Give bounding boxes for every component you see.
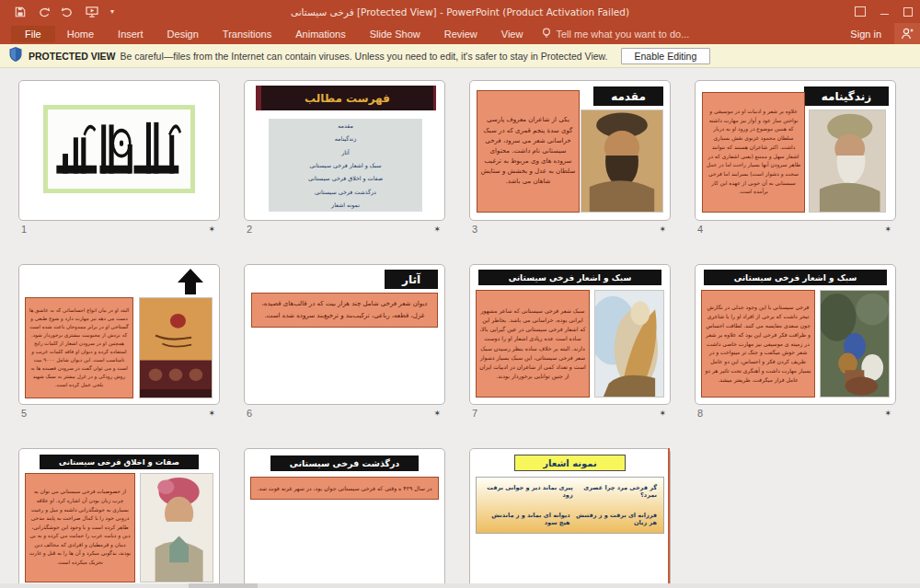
slide-number: 5 [21,408,27,419]
style-painting-image [594,290,664,398]
slide-body-box: سبک شعر فرخی سیستانی که شاعر مشهور ایران… [476,290,590,398]
tab-transitions[interactable]: Transitions [211,26,283,42]
slide-number: 8 [697,408,703,419]
slide-body-box: دیوان شعر فرخی شامل چند هزار بیت که در ق… [251,293,438,328]
slide-title: سبک و اشعار فرخی سیستانی [704,270,887,285]
poem-line: فرزانه ای برفت و ز رفتنش هر زیان دیوانه … [477,512,663,526]
up-arrow-icon [177,269,204,298]
slide-thumbnail-1[interactable] [18,80,220,221]
slide-thumbnail-6[interactable]: آثار دیوان شعر فرخی شامل چند هزار بیت که… [244,264,445,405]
window-title: فرخی سیستانی [Protected View] - PowerPoi… [0,0,920,23]
slide-thumbnail-3[interactable]: مقدمه یکی از شاعران معروف پارسی گوی سدة … [469,80,671,221]
slide-body-box: البته او در بیان انواع احساساتی که به عا… [25,297,133,398]
restore-icon[interactable] [903,7,913,17]
slide-thumbnail-10[interactable]: درگذشت فرخی سیستانی در سال ۴۲۹ ه وقتی که… [244,448,445,588]
slide-thumbnail-8[interactable]: سبک و اشعار فرخی سیستانی فرخی سیستانی با… [695,264,896,405]
slide-cell-2: فهرست مطالب مقدمه زندگینامه آثار سبک و ا… [244,80,445,235]
slide-cell-10: درگذشت فرخی سیستانی در سال ۴۲۹ ه وقتی که… [244,448,445,588]
sign-in-link[interactable]: Sign in [850,29,881,40]
undo-icon[interactable] [38,6,50,17]
toc-item: آثار [341,149,349,156]
customize-qat-icon[interactable]: ▾ [110,7,114,16]
bismillah-frame [43,105,195,193]
divan-book-image [139,297,213,398]
toc-item: سبک و اشعار فرخی سیستانی [309,162,381,168]
toc-item: صفات و اخلاق فرخی سیستانی [308,175,383,181]
save-icon[interactable] [15,6,26,17]
share-person-icon [901,28,914,40]
poem-line: گر فرخی مرد چرا عصری نمرد؟ پیری بماند دی… [477,484,663,499]
enable-editing-button[interactable]: Enable Editing [621,48,711,64]
tab-animations[interactable]: Animations [283,26,357,42]
share-button[interactable] [894,23,920,44]
slide-body-text: یکی از شاعران معروف پارسی گوی سدة پنجم ق… [477,113,579,189]
slide-thumbnail-7[interactable]: سبک و اشعار فرخی سیستانی سبک شعر فرخی سی… [469,264,671,405]
star-icon: ✶ [659,225,666,234]
quick-access-toolbar: ▾ [0,6,114,17]
redo-icon[interactable] [62,6,74,17]
tab-file[interactable]: File [11,26,55,42]
slide-thumbnail-2[interactable]: فهرست مطالب مقدمه زندگینامه آثار سبک و ا… [244,80,445,221]
ribbon-tabs: File Home Insert Design Transitions Anim… [0,26,535,42]
tab-home[interactable]: Home [55,26,106,42]
slide-thumbnail-9[interactable]: صفات و اخلاق فرخی سیستانی از خصوصیات فرخ… [18,448,220,588]
scrollbar-thumb[interactable] [189,583,258,588]
star-icon: ✶ [208,409,215,418]
lightbulb-icon [542,28,551,40]
slide-thumbnail-4[interactable]: زندگینامه علاوه بر شعر و ادبیات او در مو… [695,80,896,221]
ribbon-right: Sign in [850,23,920,44]
tab-view[interactable]: View [489,26,535,42]
start-slideshow-icon[interactable] [86,6,98,17]
slide-number: 1 [21,224,27,235]
slide-cell-3: مقدمه یکی از شاعران معروف پارسی گوی سدة … [469,80,671,235]
horizontal-scrollbar[interactable] [0,583,920,588]
slide-number: 6 [247,408,252,419]
star-icon: ✶ [884,225,891,234]
slide-number: 2 [247,224,252,235]
slide-body-box: فرخی سیستانی با این وجود جدلی در نگارش ت… [701,290,815,398]
tab-insert[interactable]: Insert [106,26,155,42]
protected-view-message: Be careful—files from the Internet can c… [121,51,608,62]
hemistich: فرزانه ای برفت و ز رفتنش هر زیان [570,512,657,526]
toc-item: نمونه اشعار [331,202,360,208]
slide-body-text: سبک شعر فرخی سیستانی که شاعر مشهور ایران… [477,305,589,384]
tell-me-box[interactable]: Tell me what you want to do... [542,28,689,40]
slide-title: فهرست مطالب [305,92,390,105]
slide-thumbnail-11[interactable]: نمونه اشعار گر فرخی مرد چرا عصری نمرد؟ پ… [469,448,671,588]
slide-body-box: علاوه بر شعر و ادبیات او در موسیقی و نوا… [702,92,805,213]
hemistich: پیری بماند دیر و جوانی برفت زود [483,484,573,499]
protected-view-label: PROTECTED VIEW [29,51,116,62]
minimize-icon[interactable] [880,14,889,15]
slide-body-box: در سال ۴۲۹ ه وقتی که فرخی سیستانی جوان ب… [250,477,439,500]
slide-title: سبک و اشعار فرخی سیستانی [478,270,661,285]
slide-sorter-canvas: 1✶ فهرست مطالب مقدمه زندگینامه آثار سبک … [0,68,920,588]
ribbon-display-options-icon[interactable] [855,6,866,17]
toc-item: مقدمه [338,122,353,129]
tab-review[interactable]: Review [432,26,489,42]
slide-title: مقدمه [593,86,663,106]
slide-title: زندگینامه [804,86,889,106]
biography-portrait-image [809,110,886,213]
slide-cell-4: زندگینامه علاوه بر شعر و ادبیات او در مو… [695,80,896,235]
toc-item: زندگینامه [335,135,357,142]
slide-title: نمونه اشعار [514,455,626,471]
insertion-point-line [668,448,670,588]
tab-design[interactable]: Design [155,26,211,42]
slide-title: آثار [385,270,438,289]
hemistich: دیوانه ای بماند و ز ماندنش هیچ سود [483,512,570,526]
tab-slideshow[interactable]: Slide Show [358,26,432,42]
slide-body-text: علاوه بر شعر و ادبیات او در موسیقی و نوا… [703,106,804,199]
slide-thumbnail-5[interactable]: البته او در بیان انواع احساساتی که به عا… [18,264,220,405]
slide-cell-1: 1✶ [18,80,220,235]
slide-number: 7 [472,408,477,419]
slide-body-text: فرخی سیستانی با این وجود جدلی در نگارش ت… [702,301,814,386]
ribbon-tab-row: File Home Insert Design Transitions Anim… [0,23,920,44]
star-icon: ✶ [208,225,215,234]
toc-list: مقدمه زندگینامه آثار سبک و اشعار فرخی سی… [269,119,422,212]
slide-title: درگذشت فرخی سیستانی [270,455,419,471]
slide-number: 4 [697,224,703,235]
slide-body-text: دیوان شعر فرخی شامل چند هزار بیت که در ق… [252,296,437,323]
window-controls [855,0,913,23]
shield-icon [9,47,22,65]
slide-body-box: یکی از شاعران معروف پارسی گوی سدة پنجم ق… [477,90,580,213]
